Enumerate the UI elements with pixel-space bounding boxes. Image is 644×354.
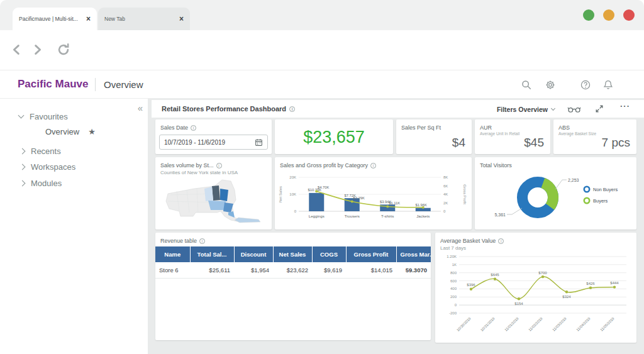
- revenue-table[interactable]: NameTotal Sal...DiscountNet SalesCOGSGro…: [155, 246, 431, 279]
- svg-text:$444: $444: [610, 281, 619, 285]
- svg-text:11/03/2019: 11/03/2019: [552, 316, 567, 331]
- svg-text:0: 0: [455, 303, 457, 307]
- card-subtitle: Average Basket Size: [553, 131, 636, 136]
- card-title: Revenue table: [160, 238, 197, 244]
- svg-text:600: 600: [450, 279, 457, 283]
- svg-text:Trousers: Trousers: [345, 214, 360, 218]
- sidebar-item-overview[interactable]: Overview ★: [45, 126, 96, 136]
- svg-text:11/01/2019: 11/01/2019: [504, 316, 519, 331]
- svg-text:11/02/2019: 11/02/2019: [528, 316, 543, 331]
- card-title: Sales Per Sq Ft: [401, 124, 441, 131]
- category-combo-chart[interactable]: 20K10K08K6K4K2K0$10.79KLeggings$7.72KTro…: [277, 174, 468, 228]
- tab-close-icon[interactable]: ×: [174, 14, 184, 23]
- sidebar-item-recents[interactable]: Recents: [20, 146, 61, 156]
- svg-text:$1.11K: $1.11K: [389, 201, 400, 205]
- revenue-table-card: Revenue table NameTotal Sal...DiscountNe…: [155, 233, 431, 340]
- card-title: Total Visitors: [480, 162, 512, 169]
- table-cell: $1,954: [234, 262, 273, 279]
- date-range-value: 10/7/2019 - 11/6/2019: [164, 139, 255, 146]
- window-restore-button[interactable]: [603, 9, 614, 21]
- table-header[interactable]: Net Sales: [273, 246, 312, 262]
- tab-title: Pacificmauve | Multi-sit...: [19, 16, 78, 22]
- bell-icon[interactable]: [602, 79, 614, 91]
- total-visitors-card: Total Visitors 2,2535,361Non BuyersBuyer…: [475, 157, 636, 230]
- fullscreen-expand-icon[interactable]: [595, 104, 604, 113]
- sidebar-collapse-button[interactable]: «: [138, 102, 143, 113]
- brand-logo[interactable]: Pacific Mauve: [18, 78, 88, 91]
- table-header[interactable]: Name: [155, 246, 190, 262]
- card-title: ABS: [558, 124, 570, 131]
- sidebar-item-modules[interactable]: Modules: [20, 178, 62, 188]
- table-cell: $9,619: [312, 262, 346, 279]
- info-icon[interactable]: [498, 238, 504, 244]
- table-cell: Store 6: [155, 262, 190, 279]
- svg-text:$4.70K: $4.70K: [318, 185, 330, 189]
- sidebar-item-favourites[interactable]: Favourites: [19, 111, 68, 121]
- table-header[interactable]: COGS: [312, 246, 346, 262]
- basket-value-line-chart[interactable]: 1.20K1K8006004002000-20010/30/201910/31/…: [438, 253, 634, 341]
- table-header[interactable]: Gross Profit: [346, 246, 396, 262]
- calendar-icon[interactable]: [255, 138, 263, 147]
- info-icon[interactable]: [216, 163, 222, 169]
- refresh-icon[interactable]: [57, 43, 72, 58]
- svg-text:Gross Profit: Gross Profit: [463, 184, 467, 204]
- svg-text:400: 400: [450, 287, 457, 290]
- svg-text:800: 800: [450, 271, 457, 275]
- svg-text:10/30/2019: 10/30/2019: [456, 316, 472, 332]
- dashboard-header: Retail Stores Performance Dashboard Filt…: [152, 100, 644, 118]
- svg-text:200: 200: [450, 295, 457, 299]
- svg-text:$154: $154: [514, 302, 523, 306]
- table-cell: $23,622: [273, 262, 312, 279]
- table-header[interactable]: Gross Mar...: [396, 246, 431, 262]
- page-title: Overview: [104, 79, 143, 90]
- svg-text:$426: $426: [586, 282, 595, 285]
- sales-date-card: Sales Date 10/7/2019 - 11/6/2019: [155, 119, 272, 154]
- svg-text:Buyers: Buyers: [593, 198, 608, 204]
- preview-glasses-icon[interactable]: [567, 106, 581, 113]
- back-icon[interactable]: [10, 43, 25, 58]
- sidebar-item-workspaces[interactable]: Workspaces: [20, 162, 75, 172]
- visitors-donut-chart[interactable]: 2,2535,361Non BuyersBuyers: [475, 170, 636, 228]
- help-icon[interactable]: [580, 79, 591, 91]
- svg-text:Jackets: Jackets: [416, 214, 430, 218]
- date-range-input[interactable]: 10/7/2019 - 11/6/2019: [159, 135, 268, 150]
- filters-dropdown[interactable]: Filters Overview: [497, 106, 555, 113]
- info-icon[interactable]: [191, 125, 196, 131]
- table-cell: 59.3070: [396, 262, 431, 279]
- chevron-down-icon: [551, 106, 555, 111]
- card-title: AUR: [480, 124, 492, 131]
- info-icon[interactable]: [370, 163, 376, 169]
- star-icon[interactable]: ★: [88, 127, 96, 136]
- gear-icon[interactable]: [545, 79, 556, 91]
- info-icon[interactable]: [289, 106, 295, 112]
- svg-text:Net Sales: Net Sales: [279, 186, 282, 202]
- svg-text:T-shirts: T-shirts: [381, 214, 394, 218]
- table-header[interactable]: Total Sal...: [190, 246, 234, 262]
- forward-icon[interactable]: [30, 43, 45, 58]
- table-header[interactable]: Discount: [234, 246, 273, 262]
- new-york-counties-map[interactable]: [158, 176, 269, 226]
- svg-text:5,361: 5,361: [494, 213, 506, 217]
- svg-text:1K: 1K: [452, 263, 457, 267]
- browser-tab-new[interactable]: New Tab ×: [98, 8, 190, 30]
- table-cell: $25,611: [190, 262, 234, 279]
- browser-toolbar: https://aig-fashions/admin.aspx: [0, 30, 644, 70]
- window-minimize-button[interactable]: [583, 9, 594, 21]
- card-subtitle: Last 7 days: [435, 244, 636, 251]
- info-icon[interactable]: [199, 238, 205, 244]
- table-row[interactable]: Store 6$25,611$1,954$23,622$9,619$14,015…: [155, 262, 431, 279]
- browser-tab-active[interactable]: Pacificmauve | Multi-sit... ×: [13, 8, 97, 30]
- total-sales-value: $23,657: [275, 128, 393, 147]
- more-options-icon[interactable]: ···: [620, 101, 630, 111]
- svg-text:$324: $324: [562, 295, 571, 299]
- app-header: Pacific Mauve Overview: [0, 70, 644, 99]
- header-divider: [95, 78, 96, 91]
- browser-tab-strip: Pacificmauve | Multi-sit... × New Tab ×: [0, 0, 644, 30]
- sidebar-item-label: Modules: [31, 179, 62, 188]
- abs-card: ABS Average Basket Size 7 pcs: [553, 119, 636, 154]
- svg-text:2,253: 2,253: [568, 178, 579, 182]
- tab-close-icon[interactable]: ×: [81, 14, 91, 23]
- tab-title: New Tab: [104, 16, 125, 22]
- window-close-button[interactable]: [623, 9, 635, 21]
- search-icon[interactable]: [521, 79, 532, 91]
